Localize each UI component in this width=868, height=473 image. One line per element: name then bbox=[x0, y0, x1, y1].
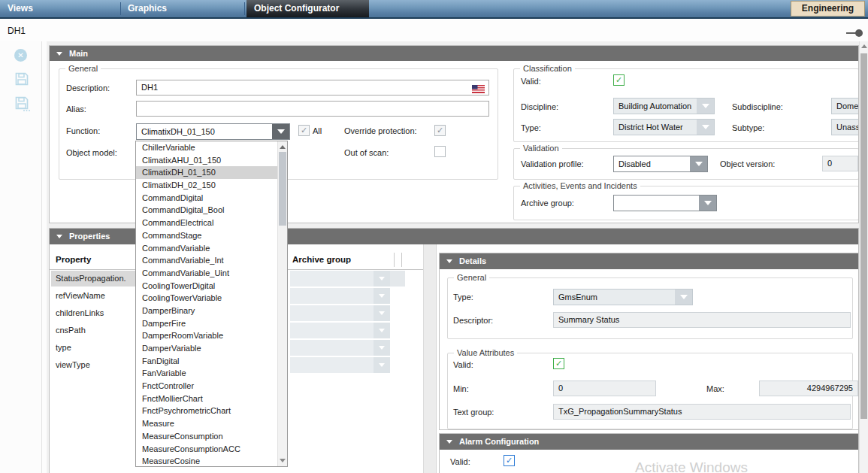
collapse-icon bbox=[56, 235, 62, 238]
archive-group-combobox[interactable] bbox=[613, 195, 717, 211]
chevron-down-icon bbox=[675, 290, 692, 305]
panel-splitter[interactable] bbox=[423, 244, 437, 473]
min-field[interactable]: 0 bbox=[553, 381, 656, 396]
archive-group-dropdown[interactable] bbox=[290, 357, 390, 373]
us-flag-icon bbox=[472, 83, 485, 96]
archive-group-dropdown[interactable] bbox=[290, 288, 390, 304]
column-header-archive-group[interactable]: Archive group bbox=[292, 255, 351, 264]
discipline-label: Discipline: bbox=[521, 102, 558, 111]
discipline-combobox[interactable]: Building Automation bbox=[613, 98, 715, 114]
pin-icon[interactable] bbox=[846, 29, 864, 38]
scrollbar-thumb[interactable] bbox=[860, 53, 867, 419]
tab-views[interactable]: Views bbox=[8, 3, 33, 14]
override-protection-checkbox[interactable] bbox=[434, 125, 446, 136]
classification-valid-label: Valid: bbox=[521, 77, 541, 86]
text-group-field[interactable]: TxG_PropagationSummaryStatus bbox=[553, 404, 851, 420]
main-panel-header[interactable]: Main bbox=[50, 46, 858, 61]
chevron-down-icon[interactable] bbox=[272, 124, 289, 139]
validation-profile-combobox[interactable]: Disabled bbox=[613, 156, 708, 172]
collapse-icon bbox=[446, 440, 452, 444]
column-divider[interactable] bbox=[401, 253, 402, 267]
function-dropdown-item[interactable]: CommandVariable bbox=[136, 242, 287, 255]
function-dropdown-item[interactable]: ClimatixDH_01_150 bbox=[136, 166, 287, 179]
all-label: All bbox=[313, 126, 322, 135]
function-dropdown-item[interactable]: MeasureConsumption bbox=[136, 430, 287, 443]
validation-profile-label: Validation profile: bbox=[521, 159, 584, 168]
function-dropdown-item[interactable]: MeasureConsumptionACC bbox=[136, 443, 287, 456]
engineering-mode-button[interactable]: Engineering bbox=[791, 1, 865, 17]
vertical-scrollbar[interactable] bbox=[859, 41, 868, 473]
function-dropdown-item[interactable]: CommandDigital bbox=[136, 192, 287, 205]
function-dropdown-item[interactable]: DamperFire bbox=[136, 317, 287, 330]
chevron-down-icon[interactable] bbox=[690, 156, 707, 171]
dropdown-scrollbar[interactable] bbox=[277, 141, 287, 466]
function-dropdown-item[interactable]: FanDigital bbox=[136, 355, 287, 368]
chevron-down-icon[interactable] bbox=[374, 357, 390, 373]
alarm-valid-checkbox[interactable] bbox=[504, 455, 515, 466]
left-toolbar: ✕ bbox=[0, 41, 47, 473]
chevron-down-icon[interactable] bbox=[374, 323, 390, 338]
alias-label: Alias: bbox=[66, 105, 86, 114]
function-dropdown-item[interactable]: CommandDigital_Bool bbox=[136, 204, 287, 217]
column-divider[interactable] bbox=[394, 253, 395, 267]
column-header-property[interactable]: Property bbox=[56, 255, 91, 264]
type-combobox[interactable]: District Hot Water bbox=[613, 119, 715, 135]
function-dropdown-item[interactable]: Measure bbox=[136, 417, 287, 430]
classification-valid-checkbox[interactable] bbox=[613, 74, 625, 86]
tab-graphics[interactable]: Graphics bbox=[128, 3, 167, 14]
archive-group-dropdown[interactable] bbox=[290, 323, 390, 338]
archive-group-dropdown[interactable] bbox=[290, 305, 390, 321]
chevron-down-icon[interactable] bbox=[699, 196, 716, 211]
description-label: Description: bbox=[66, 83, 110, 92]
chevron-down-icon[interactable] bbox=[374, 271, 390, 287]
function-combobox[interactable]: ClimatixDH_01_150 bbox=[136, 123, 290, 140]
all-checkbox[interactable] bbox=[298, 125, 310, 136]
out-of-scan-checkbox[interactable] bbox=[434, 146, 446, 157]
function-dropdown-item[interactable]: MeasureCosine bbox=[136, 455, 287, 467]
archive-group-column bbox=[290, 271, 390, 374]
max-field[interactable]: 4294967295 bbox=[759, 381, 858, 396]
descriptor-field: Summary Status bbox=[553, 312, 851, 328]
selection-row: DH1 bbox=[0, 19, 868, 41]
tab-separator bbox=[120, 2, 121, 15]
discard-changes-icon[interactable]: ✕ bbox=[14, 49, 27, 62]
function-dropdown-item[interactable]: FnctPsychrometricChart bbox=[136, 405, 287, 417]
function-dropdown-item[interactable]: CommandElectrical bbox=[136, 217, 287, 229]
scroll-up-icon[interactable] bbox=[280, 145, 286, 149]
scroll-up-icon[interactable] bbox=[861, 44, 867, 48]
scrollbar-thumb[interactable] bbox=[279, 152, 286, 226]
alarm-panel-header[interactable]: Alarm Configuration bbox=[440, 434, 859, 450]
save-icon[interactable] bbox=[14, 71, 29, 86]
value-valid-checkbox[interactable] bbox=[553, 358, 564, 369]
function-dropdown-item[interactable]: FnctMollierChart bbox=[136, 393, 287, 405]
archive-group-dropdown[interactable] bbox=[290, 340, 390, 356]
function-dropdown-item[interactable]: DamperBinary bbox=[136, 305, 287, 317]
chevron-down-icon[interactable] bbox=[374, 340, 390, 356]
subdiscipline-combobox[interactable]: Dome bbox=[831, 98, 859, 114]
chevron-down-icon[interactable] bbox=[374, 305, 390, 321]
details-panel-header[interactable]: Details bbox=[440, 253, 859, 269]
function-dropdown-item[interactable]: ClimatixDH_02_150 bbox=[136, 179, 287, 192]
function-dropdown-item[interactable]: FanVariable bbox=[136, 367, 287, 380]
min-label: Min: bbox=[453, 384, 469, 393]
function-dropdown-item[interactable]: CoolingTowerVariable bbox=[136, 292, 287, 305]
function-dropdown-item[interactable]: DamperRoomVariable bbox=[136, 329, 287, 342]
tab-object-configurator[interactable]: Object Configurator bbox=[246, 0, 369, 17]
scroll-down-icon[interactable] bbox=[280, 459, 286, 462]
details-type-combobox[interactable]: GmsEnum bbox=[553, 289, 693, 305]
function-dropdown-item[interactable]: ChillerVariable bbox=[136, 141, 287, 154]
function-dropdown-item[interactable]: DamperVariable bbox=[136, 342, 287, 355]
description-field[interactable]: DH1 bbox=[136, 80, 489, 96]
chevron-down-icon[interactable] bbox=[374, 288, 390, 304]
function-dropdown-item[interactable]: FnctController bbox=[136, 380, 287, 393]
toolbar-separator bbox=[41, 41, 42, 473]
subtype-combobox[interactable]: Unass bbox=[831, 119, 859, 135]
function-dropdown-item[interactable]: CoolingTowerDigital bbox=[136, 280, 287, 293]
function-dropdown-item[interactable]: ClimatixAHU_01_150 bbox=[136, 154, 287, 167]
function-dropdown-item[interactable]: CommandVariable_Int bbox=[136, 254, 287, 267]
function-dropdown-item[interactable]: CommandVariable_Uint bbox=[136, 267, 287, 280]
function-dropdown-item[interactable]: CommandStage bbox=[136, 229, 287, 242]
alias-field[interactable] bbox=[136, 101, 489, 117]
save-as-icon[interactable] bbox=[14, 96, 29, 111]
archive-group-dropdown[interactable] bbox=[290, 271, 390, 287]
